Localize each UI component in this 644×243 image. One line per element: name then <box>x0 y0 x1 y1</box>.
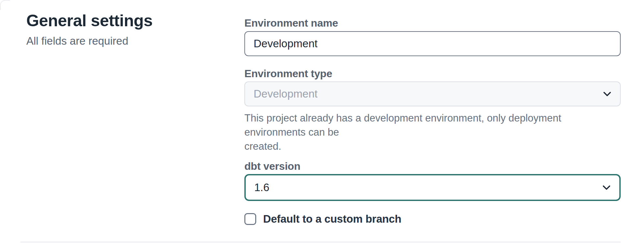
help-line-2: created. <box>244 141 281 152</box>
environment-type-select[interactable]: Development <box>244 81 621 106</box>
custom-branch-row[interactable]: Default to a custom branch <box>244 213 621 225</box>
custom-branch-label: Default to a custom branch <box>263 213 401 225</box>
section-divider <box>20 242 621 242</box>
page-title: General settings <box>26 11 211 30</box>
environment-name-input[interactable] <box>244 31 621 56</box>
dbt-version-select[interactable]: 1.6 <box>244 174 621 201</box>
environment-type-value: Development <box>254 88 317 100</box>
dbt-version-value: 1.6 <box>254 181 269 194</box>
environment-name-label: Environment name <box>244 16 621 30</box>
help-line-1: This project already has a development e… <box>244 112 561 138</box>
chevron-down-icon <box>600 181 613 194</box>
dbt-version-label: dbt version <box>244 160 621 173</box>
custom-branch-checkbox[interactable] <box>244 213 256 225</box>
card-corner <box>0 0 10 10</box>
environment-type-help: This project already has a development e… <box>244 111 621 153</box>
section-subtitle: All fields are required <box>26 34 211 48</box>
environment-type-label: Environment type <box>244 67 621 80</box>
chevron-down-icon <box>601 88 613 100</box>
section-header: General settings All fields are required <box>26 11 211 48</box>
general-settings-form: Environment name Environment type Develo… <box>244 0 621 225</box>
